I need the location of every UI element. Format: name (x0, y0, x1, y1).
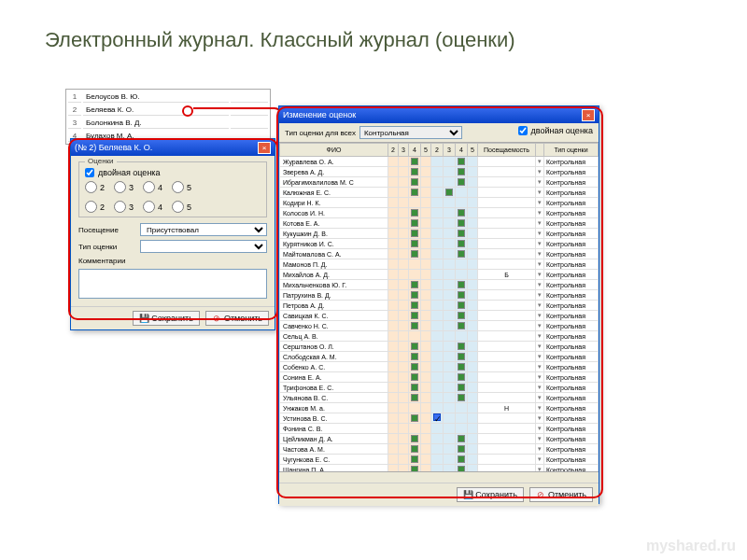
grade-cell[interactable] (468, 259, 478, 270)
col-grade-3[interactable]: 3 (444, 144, 456, 157)
grade-cell[interactable] (421, 413, 431, 424)
grade-cell[interactable] (399, 372, 409, 383)
dropdown-icon[interactable]: ▾ (536, 321, 544, 331)
grid-row[interactable]: Савицкая К. С.▾Контрольная (280, 311, 599, 321)
grade-cell[interactable] (388, 157, 399, 167)
grade-cell[interactable] (456, 198, 468, 208)
grade-cell[interactable] (388, 198, 399, 208)
grade-cell[interactable] (409, 383, 421, 393)
grade-cell[interactable] (388, 331, 399, 342)
grade-cell[interactable] (421, 434, 431, 444)
dropdown-icon[interactable]: ▾ (536, 239, 544, 249)
grade-cell[interactable] (444, 352, 456, 362)
grade-cell[interactable] (388, 208, 399, 218)
dropdown-icon[interactable]: ▾ (536, 331, 544, 342)
grade-cell[interactable] (421, 188, 431, 198)
grade-cell[interactable] (444, 177, 456, 188)
grade-cell[interactable] (431, 239, 444, 249)
grade-cell[interactable] (456, 229, 468, 239)
grade-cell[interactable] (388, 218, 399, 229)
grade-cell[interactable] (421, 177, 431, 188)
grid-row[interactable]: Трифонова Е. С.▾Контрольная (280, 383, 599, 393)
type-cell[interactable]: Контрольная (544, 383, 599, 393)
attendance-cell[interactable] (478, 301, 536, 311)
grade-cell[interactable] (421, 393, 431, 403)
type-cell[interactable]: Контрольная (544, 393, 599, 403)
grade-cell[interactable] (421, 311, 431, 321)
grade-cell[interactable] (431, 444, 444, 455)
grade-cell[interactable] (399, 352, 409, 362)
grade-cell[interactable] (468, 342, 478, 352)
grade-cell[interactable] (421, 444, 431, 455)
dropdown-icon[interactable]: ▾ (536, 362, 544, 372)
dropdown-icon[interactable]: ▾ (536, 434, 544, 444)
grade-cell[interactable] (388, 424, 399, 434)
grade-cell[interactable] (409, 434, 421, 444)
grade-cell[interactable] (444, 444, 456, 455)
grade-cell[interactable] (431, 455, 444, 465)
grade-cell[interactable] (456, 444, 468, 455)
grade-cell[interactable] (444, 290, 456, 301)
grid-row[interactable]: Кукушкин Д. В.▾Контрольная (280, 229, 599, 239)
grade-cell[interactable] (468, 177, 478, 188)
grade-cell[interactable] (421, 331, 431, 342)
dropdown-icon[interactable]: ▾ (536, 424, 544, 434)
grid-row[interactable]: Михайлов А. Д.Б▾Контрольная (280, 270, 599, 280)
grade-cell[interactable] (388, 229, 399, 239)
grade-cell[interactable] (431, 218, 444, 229)
grade-cell[interactable] (444, 188, 456, 198)
grade-cell[interactable] (444, 157, 456, 167)
grade-cell[interactable] (456, 301, 468, 311)
attendance-cell[interactable] (478, 372, 536, 383)
grade-cell[interactable] (399, 208, 409, 218)
attendance-cell[interactable] (478, 157, 536, 167)
grade-cell[interactable] (468, 372, 478, 383)
grade-cell[interactable] (444, 413, 456, 424)
grade-cell[interactable] (468, 424, 478, 434)
dropdown-icon[interactable]: ▾ (536, 393, 544, 403)
grade-cell[interactable] (456, 157, 468, 167)
grade-cell[interactable] (409, 259, 421, 270)
attendance-cell[interactable] (478, 229, 536, 239)
grid-row[interactable]: Зверева А. Д.▾Контрольная (280, 167, 599, 177)
grid-row[interactable]: Петрова А. Д.▾Контрольная (280, 301, 599, 311)
titlebar[interactable]: Изменение оценок × (279, 106, 599, 123)
grade-cell[interactable] (388, 177, 399, 188)
grade-cell[interactable] (444, 249, 456, 259)
col-grade-3[interactable]: 3 (399, 144, 409, 157)
grade-cell[interactable] (431, 372, 444, 383)
grade-cell[interactable] (399, 167, 409, 177)
grade-cell[interactable] (388, 321, 399, 331)
grade-cell[interactable] (388, 362, 399, 372)
grade-cell[interactable] (468, 444, 478, 455)
dropdown-icon[interactable]: ▾ (536, 229, 544, 239)
grade-cell[interactable] (409, 198, 421, 208)
attendance-cell[interactable] (478, 383, 536, 393)
grid-row[interactable]: Устинова В. С.✓▾Контрольная (280, 413, 599, 424)
grade-cell[interactable] (456, 321, 468, 331)
grade-cell[interactable] (444, 280, 456, 290)
grade-cell[interactable] (431, 383, 444, 393)
attendance-cell[interactable] (478, 311, 536, 321)
grid-row[interactable]: Курятников И. С.▾Контрольная (280, 239, 599, 249)
grade-cell[interactable] (388, 311, 399, 321)
grade-cell[interactable] (399, 198, 409, 208)
dropdown-icon[interactable]: ▾ (536, 280, 544, 290)
col-fio[interactable]: ФИО (280, 144, 388, 157)
grade-cell[interactable] (431, 331, 444, 342)
dropdown-icon[interactable]: ▾ (536, 403, 544, 413)
grid-row[interactable]: Фонина С. В.▾Контрольная (280, 424, 599, 434)
col-grade-2[interactable]: 2 (431, 144, 444, 157)
grade-cell[interactable] (421, 280, 431, 290)
grid-row[interactable]: Мамонов П. Д.▾Контрольная (280, 259, 599, 270)
grade-cell[interactable] (409, 342, 421, 352)
grade-cell[interactable] (468, 455, 478, 465)
grade-cell[interactable] (388, 290, 399, 301)
grid-row[interactable]: Серштанов О. Л.▾Контрольная (280, 342, 599, 352)
grid-row[interactable]: Михальченкова Ю. Г.▾Контрольная (280, 280, 599, 290)
grade-cell[interactable] (399, 424, 409, 434)
dropdown-icon[interactable]: ▾ (536, 342, 544, 352)
grade-cell[interactable] (399, 311, 409, 321)
grade-cell[interactable] (399, 280, 409, 290)
grade-cell[interactable] (444, 239, 456, 249)
